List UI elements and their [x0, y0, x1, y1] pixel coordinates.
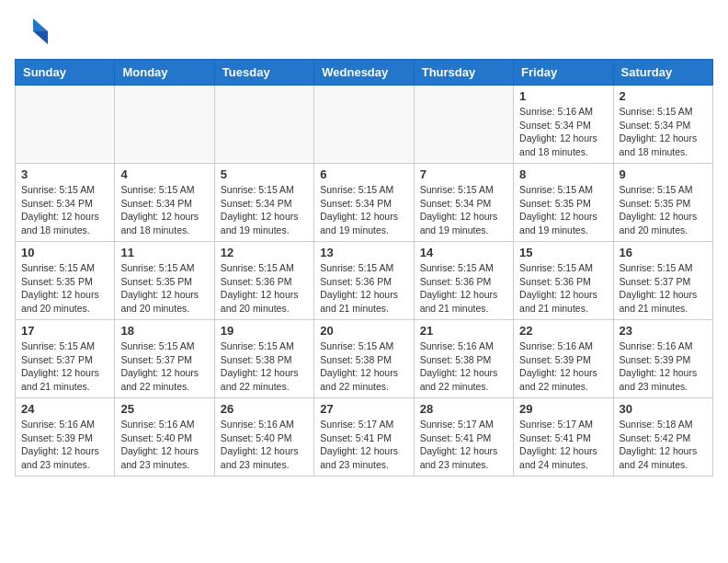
calendar-cell: 3Sunrise: 5:15 AM Sunset: 5:34 PM Daylig… — [16, 164, 115, 242]
calendar-week-row: 24Sunrise: 5:16 AM Sunset: 5:39 PM Dayli… — [16, 398, 713, 477]
day-number: 15 — [519, 246, 607, 259]
calendar-table: SundayMondayTuesdayWednesdayThursdayFrid… — [15, 59, 713, 477]
day-info: Sunrise: 5:15 AM Sunset: 5:36 PM Dayligh… — [320, 261, 407, 316]
calendar-cell: 15Sunrise: 5:15 AM Sunset: 5:36 PM Dayli… — [514, 242, 613, 320]
calendar-header-wednesday: Wednesday — [314, 60, 414, 86]
day-info: Sunrise: 5:15 AM Sunset: 5:37 PM Dayligh… — [620, 261, 707, 316]
day-number: 8 — [519, 167, 607, 181]
calendar-cell — [314, 86, 414, 164]
calendar-cell: 16Sunrise: 5:15 AM Sunset: 5:37 PM Dayli… — [613, 242, 712, 320]
calendar-cell — [414, 86, 513, 164]
day-number: 26 — [221, 402, 308, 416]
day-number: 29 — [519, 402, 607, 416]
day-info: Sunrise: 5:15 AM Sunset: 5:34 PM Dayligh… — [320, 183, 407, 237]
calendar-cell: 21Sunrise: 5:16 AM Sunset: 5:38 PM Dayli… — [414, 320, 513, 398]
day-info: Sunrise: 5:17 AM Sunset: 5:41 PM Dayligh… — [519, 418, 607, 472]
calendar-cell: 5Sunrise: 5:15 AM Sunset: 5:34 PM Daylig… — [214, 164, 313, 242]
day-number: 22 — [519, 324, 607, 338]
day-info: Sunrise: 5:15 AM Sunset: 5:38 PM Dayligh… — [221, 339, 308, 394]
day-info: Sunrise: 5:17 AM Sunset: 5:41 PM Dayligh… — [420, 418, 507, 472]
day-number: 13 — [320, 246, 407, 259]
calendar-week-row: 1Sunrise: 5:16 AM Sunset: 5:34 PM Daylig… — [16, 86, 713, 164]
calendar-cell: 18Sunrise: 5:15 AM Sunset: 5:37 PM Dayli… — [115, 320, 214, 398]
day-number: 24 — [21, 402, 108, 416]
calendar-cell: 13Sunrise: 5:15 AM Sunset: 5:36 PM Dayli… — [314, 242, 414, 320]
day-number: 4 — [120, 167, 208, 181]
calendar-cell: 7Sunrise: 5:15 AM Sunset: 5:34 PM Daylig… — [414, 164, 513, 242]
day-number: 28 — [420, 402, 507, 416]
calendar-header-friday: Friday — [514, 60, 613, 86]
day-number: 21 — [420, 324, 507, 338]
day-info: Sunrise: 5:15 AM Sunset: 5:36 PM Dayligh… — [519, 261, 607, 316]
day-info: Sunrise: 5:15 AM Sunset: 5:35 PM Dayligh… — [620, 183, 707, 237]
calendar-cell: 6Sunrise: 5:15 AM Sunset: 5:34 PM Daylig… — [314, 164, 414, 242]
calendar-cell: 28Sunrise: 5:17 AM Sunset: 5:41 PM Dayli… — [414, 398, 513, 477]
day-info: Sunrise: 5:16 AM Sunset: 5:40 PM Dayligh… — [221, 418, 308, 472]
day-info: Sunrise: 5:16 AM Sunset: 5:34 PM Dayligh… — [519, 105, 607, 159]
day-number: 17 — [21, 324, 108, 338]
calendar-header-saturday: Saturday — [613, 60, 712, 86]
calendar-header-sunday: Sunday — [16, 60, 115, 86]
calendar-week-row: 3Sunrise: 5:15 AM Sunset: 5:34 PM Daylig… — [16, 164, 713, 242]
calendar-cell: 2Sunrise: 5:15 AM Sunset: 5:34 PM Daylig… — [613, 86, 712, 164]
calendar-cell: 22Sunrise: 5:16 AM Sunset: 5:39 PM Dayli… — [514, 320, 613, 398]
day-info: Sunrise: 5:15 AM Sunset: 5:37 PM Dayligh… — [21, 339, 108, 394]
day-info: Sunrise: 5:15 AM Sunset: 5:38 PM Dayligh… — [320, 339, 407, 394]
day-number: 20 — [320, 324, 407, 338]
day-info: Sunrise: 5:15 AM Sunset: 5:34 PM Dayligh… — [420, 183, 507, 237]
calendar-cell: 8Sunrise: 5:15 AM Sunset: 5:35 PM Daylig… — [514, 164, 613, 242]
day-info: Sunrise: 5:16 AM Sunset: 5:39 PM Dayligh… — [620, 339, 707, 394]
calendar-cell: 12Sunrise: 5:15 AM Sunset: 5:36 PM Dayli… — [214, 242, 313, 320]
day-info: Sunrise: 5:16 AM Sunset: 5:38 PM Dayligh… — [420, 339, 507, 394]
calendar-cell — [115, 86, 214, 164]
calendar-cell: 4Sunrise: 5:15 AM Sunset: 5:34 PM Daylig… — [115, 164, 214, 242]
day-number: 6 — [320, 167, 407, 181]
calendar-week-row: 10Sunrise: 5:15 AM Sunset: 5:35 PM Dayli… — [16, 242, 713, 320]
day-info: Sunrise: 5:15 AM Sunset: 5:34 PM Dayligh… — [620, 105, 707, 159]
calendar-cell: 23Sunrise: 5:16 AM Sunset: 5:39 PM Dayli… — [613, 320, 712, 398]
day-info: Sunrise: 5:15 AM Sunset: 5:35 PM Dayligh… — [21, 261, 108, 316]
calendar-cell — [214, 86, 313, 164]
day-number: 2 — [620, 89, 707, 103]
calendar-cell — [16, 86, 115, 164]
calendar-header-tuesday: Tuesday — [214, 60, 313, 86]
svg-marker-0 — [33, 18, 48, 31]
calendar-week-row: 17Sunrise: 5:15 AM Sunset: 5:37 PM Dayli… — [16, 320, 713, 398]
calendar-cell: 24Sunrise: 5:16 AM Sunset: 5:39 PM Dayli… — [16, 398, 115, 477]
day-info: Sunrise: 5:15 AM Sunset: 5:35 PM Dayligh… — [120, 261, 208, 316]
page-header — [15, 15, 713, 48]
day-info: Sunrise: 5:16 AM Sunset: 5:39 PM Dayligh… — [21, 418, 108, 472]
day-info: Sunrise: 5:15 AM Sunset: 5:35 PM Dayligh… — [519, 183, 607, 237]
day-number: 23 — [620, 324, 707, 338]
day-number: 12 — [221, 246, 308, 259]
day-info: Sunrise: 5:15 AM Sunset: 5:34 PM Dayligh… — [221, 183, 308, 237]
calendar-cell: 10Sunrise: 5:15 AM Sunset: 5:35 PM Dayli… — [16, 242, 115, 320]
day-number: 7 — [420, 167, 507, 181]
calendar-cell: 26Sunrise: 5:16 AM Sunset: 5:40 PM Dayli… — [214, 398, 313, 477]
day-info: Sunrise: 5:15 AM Sunset: 5:34 PM Dayligh… — [120, 183, 208, 237]
day-info: Sunrise: 5:15 AM Sunset: 5:37 PM Dayligh… — [120, 339, 208, 394]
calendar-cell: 20Sunrise: 5:15 AM Sunset: 5:38 PM Dayli… — [314, 320, 414, 398]
day-number: 30 — [620, 402, 707, 416]
day-info: Sunrise: 5:15 AM Sunset: 5:34 PM Dayligh… — [21, 183, 108, 237]
calendar-header-row: SundayMondayTuesdayWednesdayThursdayFrid… — [16, 60, 713, 86]
day-number: 16 — [620, 246, 707, 259]
day-number: 1 — [519, 89, 607, 103]
day-info: Sunrise: 5:17 AM Sunset: 5:41 PM Dayligh… — [320, 418, 407, 472]
day-number: 3 — [21, 167, 108, 181]
day-number: 10 — [21, 246, 108, 259]
day-number: 18 — [120, 324, 208, 338]
logo — [15, 15, 51, 48]
day-info: Sunrise: 5:16 AM Sunset: 5:39 PM Dayligh… — [519, 339, 607, 394]
calendar-cell: 11Sunrise: 5:15 AM Sunset: 5:35 PM Dayli… — [115, 242, 214, 320]
calendar-cell: 29Sunrise: 5:17 AM Sunset: 5:41 PM Dayli… — [514, 398, 613, 477]
day-number: 11 — [120, 246, 208, 259]
day-number: 19 — [221, 324, 308, 338]
calendar-cell: 25Sunrise: 5:16 AM Sunset: 5:40 PM Dayli… — [115, 398, 214, 477]
day-number: 14 — [420, 246, 507, 259]
calendar-cell: 27Sunrise: 5:17 AM Sunset: 5:41 PM Dayli… — [314, 398, 414, 477]
svg-marker-1 — [33, 31, 48, 44]
calendar-cell: 14Sunrise: 5:15 AM Sunset: 5:36 PM Dayli… — [414, 242, 513, 320]
logo-icon — [15, 15, 48, 48]
calendar-cell: 19Sunrise: 5:15 AM Sunset: 5:38 PM Dayli… — [214, 320, 313, 398]
